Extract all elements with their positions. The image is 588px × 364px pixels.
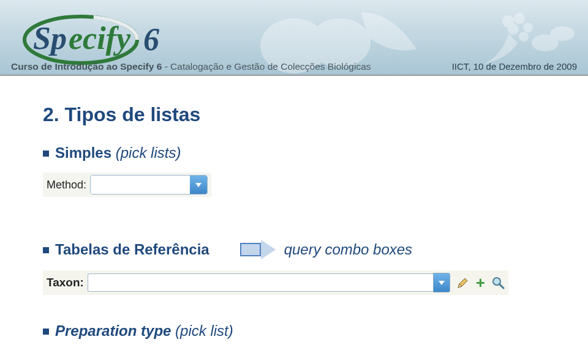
subtitle-right: IICT, 10 de Dezembro de 2009 xyxy=(452,59,577,75)
bullet-simples-bold: Simples xyxy=(55,144,111,161)
dropdown-icon[interactable] xyxy=(190,176,207,194)
section-title: 2. Tipos de listas xyxy=(43,103,545,126)
taxon-label: Taxon: xyxy=(47,276,84,289)
header-banner: Sp ecify 6 Curso de Introdução ao Specif… xyxy=(0,0,588,76)
svg-point-8 xyxy=(550,26,575,41)
bullet-square-icon xyxy=(43,150,49,157)
bullet-simples: Simples (pick lists) xyxy=(43,144,545,162)
bullet-tabelas-text: Tabelas de Referência xyxy=(55,241,209,258)
svg-text:Sp: Sp xyxy=(33,21,67,56)
taxon-input[interactable] xyxy=(88,273,433,292)
bullet-square-icon xyxy=(43,247,49,253)
svg-text:ecify: ecify xyxy=(69,21,131,56)
svg-point-3 xyxy=(514,13,525,24)
pencil-icon[interactable] xyxy=(456,276,470,289)
subtitle-bar: Curso de Introdução ao Specify 6 - Catal… xyxy=(0,59,588,75)
svg-point-5 xyxy=(523,23,533,32)
bullet-prep-ital: (pick list) xyxy=(175,322,233,339)
slide-content: 2. Tipos de listas Simples (pick lists) … xyxy=(0,76,588,340)
svg-line-15 xyxy=(500,284,503,288)
svg-text:6: 6 xyxy=(143,22,159,57)
plus-icon[interactable]: + xyxy=(476,275,485,291)
method-label: Method: xyxy=(47,179,86,191)
method-field-row: Method: xyxy=(43,173,211,197)
specify-logo: Sp ecify 6 xyxy=(20,6,167,67)
bullet-preparation: Preparation type (pick list) xyxy=(43,322,545,340)
subtitle-bold: Curso de Introdução ao Specify 6 xyxy=(11,61,162,72)
subtitle-rest: - Catalogação e Gestão de Colecções Biol… xyxy=(162,61,371,72)
bullet-tabelas: Tabelas de Referência xyxy=(43,241,209,258)
svg-point-4 xyxy=(508,24,519,35)
magnifier-icon[interactable] xyxy=(491,276,505,289)
bullet-prep-bold: Preparation type xyxy=(55,322,171,339)
dropdown-icon[interactable] xyxy=(433,273,450,292)
method-input[interactable] xyxy=(91,176,190,194)
method-combo[interactable] xyxy=(90,175,208,195)
taxon-field-row: Taxon: + xyxy=(43,270,508,295)
bullet-square-icon xyxy=(43,329,49,335)
query-combo-label: query combo boxes xyxy=(284,241,412,258)
bullet-simples-ital: (pick lists) xyxy=(116,144,181,161)
arrow-icon xyxy=(240,240,276,259)
svg-point-6 xyxy=(519,32,529,42)
